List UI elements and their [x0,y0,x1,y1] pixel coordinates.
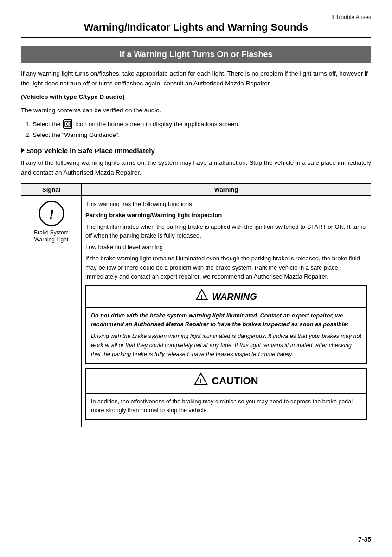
header-section: If Trouble Arises Warning/Indicator Ligh… [21,14,371,38]
warning-cell: This warning has the following functions… [82,195,371,427]
step-2-num: 2. [26,130,31,140]
low-fluid-text: If the brake warning light remains illum… [85,254,367,281]
col-signal: Signal [21,183,82,195]
page-title: Warning/Indicator Lights and Warning Sou… [21,21,371,38]
step-1-pre: Select the [32,119,60,130]
brake-icon-label: Brake System Warning Light [25,229,77,244]
caution-header-text: CAUTION [212,373,258,389]
caution-triangle-icon: ! [194,372,208,389]
warning-intro: This warning has the following functions… [85,200,367,281]
page-number: 7-35 [358,536,371,543]
col-warning: Warning [82,183,371,195]
svg-text:!: ! [200,377,202,385]
caution-box-header: ! CAUTION [86,369,366,394]
warning-intro-text: This warning has the following functions… [85,200,367,209]
steps-list: 1. Select the icon on the home screen to… [26,119,371,140]
app-icon [63,119,72,129]
warning-box-body: Do not drive with the brake system warni… [86,308,366,363]
triangle-bullet-icon [21,148,25,153]
warning-header-text: WARNING [212,290,257,304]
section-banner: If a Warning Light Turns On or Flashes [21,46,371,63]
warning-line1-text: Do not drive with the brake system warni… [91,312,348,328]
stop-para: If any of the following warning lights t… [21,158,371,178]
stop-section-heading: Stop Vehicle in Safe Place Immediately [21,147,371,155]
step-2-text: Select the “Warning Guidance”. [32,130,120,140]
svg-text:!: ! [49,207,53,222]
signal-cell: ! Brake System Warning Light [21,195,82,427]
intro-para2: The warning contents can be verified on … [21,106,371,116]
parking-brake-heading: Parking brake warning/Warning light insp… [85,211,367,220]
intro-para1: If any warning light turns on/flashes, t… [21,69,371,89]
step-2: 2. Select the “Warning Guidance”. [26,130,371,140]
stop-heading-text: Stop Vehicle in Safe Place Immediately [26,147,155,155]
svg-point-1 [66,123,69,125]
parking-brake-text: The light illuminates when the parking b… [85,222,367,240]
table-row: ! Brake System Warning Light This warnin… [21,195,371,427]
section-label: If Trouble Arises [21,14,371,20]
brake-icon: ! Brake System Warning Light [25,200,77,244]
warning-line2: Driving with the brake system warning li… [91,332,361,359]
intro-vehicles: (Vehicles with type C/type D audio) [21,92,371,102]
warning-triangle-icon: ! [195,289,208,304]
step-1-num: 1. [26,119,31,130]
warning-line1: Do not drive with the brake system warni… [91,311,361,330]
step-1: 1. Select the icon on the home screen to… [26,119,371,130]
low-fluid-heading: Low brake fluid level warning [85,243,367,252]
svg-text:!: ! [201,293,203,300]
parking-brake-heading-text: Parking brake warning/Warning light insp… [85,212,222,219]
brake-warning-icon-svg: ! [38,200,65,227]
step-1-post: icon on the home screen to display the a… [75,119,239,130]
caution-box-body: In addition, the effectiveness of the br… [86,394,366,419]
caution-box: ! CAUTION In addition, the effectiveness… [85,368,367,420]
vehicles-bold-label: (Vehicles with type C/type D audio) [21,93,125,100]
warning-box: ! WARNING Do not drive with the brake sy… [85,285,367,364]
warning-box-header: ! WARNING [86,286,366,308]
warning-table: Signal Warning ! Brake System Warning Li… [21,183,371,428]
low-fluid-heading-text: Low brake fluid level warning [85,244,163,251]
